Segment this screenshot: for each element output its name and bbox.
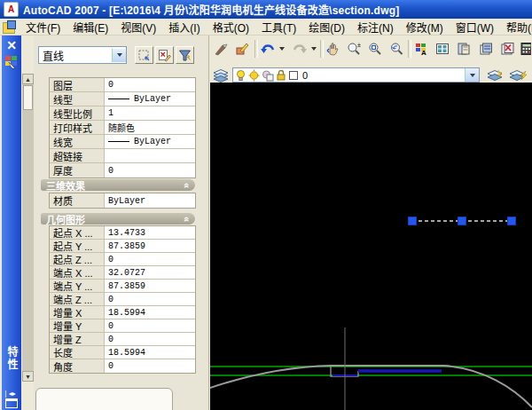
prop-row-start-z[interactable]: 起点 Z ... 0 [50,253,195,266]
prop-row-delta-x[interactable]: 增量 X 18.5994 [50,306,195,319]
prop-value[interactable]: 0 [108,321,113,331]
prop-row-lineweight[interactable]: 线宽 ByLayer [50,135,195,149]
prop-value[interactable]: 18.5994 [108,348,145,358]
menu-item-dimension[interactable]: 标注(N) [351,18,400,36]
markup-set-manager-button[interactable] [497,39,517,59]
prop-value[interactable]: 0 [108,295,113,304]
scrollbar-thumb[interactable] [23,85,33,110]
grip-start[interactable] [409,217,417,225]
menu-item-help[interactable]: 帮助(H) [500,18,532,36]
prop-row-length[interactable]: 长度 18.5994 [50,346,195,359]
layer-previous-button[interactable] [506,67,529,83]
collapse-chevron-icon[interactable]: « [182,216,192,221]
layer-combo-dropdown[interactable] [465,68,479,82]
redo-dropdown[interactable] [309,39,318,59]
scroll-down-icon[interactable]: ▼ [22,371,34,382]
prop-value[interactable]: 87.3859 [108,241,145,251]
palette-title-bar[interactable]: ✕ 特性 ❘◂▸ [2,35,21,410]
block-editor-button[interactable] [232,39,252,59]
prop-value[interactable]: 1 [108,108,113,118]
zoom-window-button[interactable] [365,39,385,59]
redo-button[interactable] [290,39,309,59]
collapse-chevron-icon[interactable]: « [182,182,192,187]
prop-row-linetype[interactable]: 线型 ByLayer [50,92,195,106]
section-header-3d[interactable]: 三维效果 « [41,179,195,191]
layer-previous-icon [508,68,528,83]
make-object-layer-current-button[interactable] [484,67,505,83]
match-properties-button[interactable] [211,39,231,59]
undo-button[interactable] [258,39,278,59]
menu-item-edit[interactable]: 编辑(E) [66,18,114,36]
prop-value[interactable]: 随颜色 [108,121,135,134]
prop-row-end-y[interactable]: 端点 Y ... 87.3859 [50,280,195,293]
prop-row-material[interactable]: 材质 ByLayer [50,193,195,208]
prop-value[interactable]: 32.0727 [108,268,145,278]
pan-realtime-button[interactable] [323,39,342,59]
menu-item-format[interactable]: 格式(O) [207,18,255,36]
prop-value[interactable]: ByLayer [134,137,171,146]
grip-midpoint[interactable] [458,217,466,225]
sheet-set-manager-button[interactable] [476,39,496,59]
designcenter-button[interactable] [433,39,452,59]
drawing-area[interactable] [210,83,532,410]
prop-row-delta-y[interactable]: 增量 Y 0 [50,319,195,333]
layer-lock-icon[interactable] [276,69,286,82]
drawing-file-icon[interactable] [3,20,16,33]
properties-panel: 直线 图层 0 线型 [34,35,209,410]
prop-value[interactable]: ByLayer [108,196,145,206]
menu-item-modify[interactable]: 修改(M) [400,18,450,36]
layer-properties-manager-button[interactable] [210,67,231,83]
menu-item-window[interactable]: 窗口(W) [450,18,500,36]
toggle-pickadd-button[interactable] [135,46,153,64]
prop-value[interactable]: 0 [108,335,113,344]
prop-value[interactable]: 0 [108,166,113,176]
prop-value[interactable]: 13.4733 [108,228,145,238]
close-icon[interactable]: ✕ [4,38,19,52]
section-header-geometry[interactable]: 几何图形 « [41,213,195,225]
menu-item-tools[interactable]: 工具(T) [255,18,302,36]
menu-item-draw[interactable]: 绘图(D) [302,18,351,36]
menu-item-insert[interactable]: 插入(I) [162,18,206,36]
prop-row-end-z[interactable]: 端点 Z ... 0 [50,293,195,306]
grip-end[interactable] [508,217,516,225]
prop-row-thickness[interactable]: 厚度 0 [50,163,195,177]
prop-value[interactable]: 0 [108,80,113,90]
layer-color-swatch[interactable] [288,70,299,81]
select-objects-button[interactable] [155,46,174,64]
auto-hide-icon[interactable]: ❘◂▸ [3,390,16,398]
zoom-previous-button[interactable] [387,39,406,59]
prop-row-start-x[interactable]: 起点 X ... 13.4733 [50,226,195,240]
prop-value[interactable]: 0 [108,361,113,371]
prop-value[interactable]: 18.5994 [108,308,145,318]
palette-scrollbar[interactable]: ▲ ▼ [22,74,34,382]
prop-row-end-x[interactable]: 端点 X ... 32.0727 [50,266,195,280]
prop-row-linetype-scale[interactable]: 线型比例 1 [50,106,195,121]
prop-row-delta-z[interactable]: 增量 Z 0 [50,333,195,346]
zoom-realtime-button[interactable]: ± [344,39,364,59]
layer-freeze-sun-icon[interactable] [248,69,260,82]
layer-on-bulb-icon[interactable] [235,69,246,82]
drawing-canvas[interactable] [210,83,532,410]
quick-select-button[interactable] [176,46,194,64]
prop-row-start-y[interactable]: 起点 Y ... 87.3859 [50,240,195,253]
tool-palettes-button[interactable] [454,39,473,59]
prop-row-plot-style[interactable]: 打印样式 随颜色 [50,121,195,135]
prop-label: 增量 Z [50,333,105,345]
undo-dropdown[interactable] [278,39,286,59]
prop-row-layer[interactable]: 图层 0 [50,78,195,92]
properties-palette-button[interactable]: A [411,39,431,59]
menu-item-view[interactable]: 视图(V) [114,18,162,36]
layer-combo[interactable]: 0 [232,67,480,83]
prop-row-angle[interactable]: 角度 0 [50,359,195,373]
object-type-dropdown[interactable] [112,49,126,62]
quickcalc-button[interactable] [519,39,532,59]
prop-value[interactable]: 87.3859 [108,281,145,291]
layer-vp-freeze-icon[interactable] [262,69,274,82]
menu-item-file[interactable]: 文件(F) [20,18,66,36]
prop-value[interactable]: 0 [108,255,113,264]
palette-properties-icon[interactable] [5,398,18,408]
prop-value[interactable]: ByLayer [134,94,171,104]
prop-row-hyperlink[interactable]: 超链接 [50,149,195,163]
object-type-combo[interactable]: 直线 [38,46,127,64]
scroll-up-icon[interactable]: ▲ [22,74,34,84]
